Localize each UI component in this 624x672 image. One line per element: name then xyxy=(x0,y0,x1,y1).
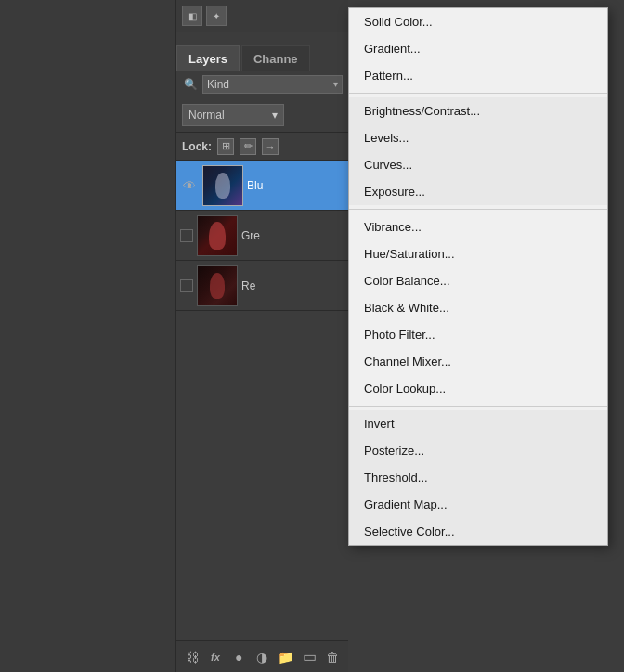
menu-item-black-white[interactable]: Black & White... xyxy=(349,294,607,321)
menu-item-pattern[interactable]: Pattern... xyxy=(349,62,607,89)
layers-list: 👁 Blu Gre Re xyxy=(176,161,348,311)
left-sidebar xyxy=(0,0,176,672)
layer-name: Re xyxy=(241,279,344,292)
lock-label: Lock: xyxy=(182,140,212,153)
menu-item-posterize[interactable]: Posterize... xyxy=(349,437,607,464)
menu-item-invert[interactable]: Invert xyxy=(349,410,607,437)
lock-move-icon[interactable]: → xyxy=(262,138,279,155)
menu-divider-3 xyxy=(349,406,607,407)
layer-item[interactable]: Re xyxy=(176,261,348,311)
delete-layer-icon[interactable]: 🗑 xyxy=(322,647,343,667)
layer-thumbnail xyxy=(202,165,243,206)
toolbar-icon-2[interactable]: ✦ xyxy=(206,6,227,26)
menu-divider-1 xyxy=(349,93,607,94)
new-group-icon[interactable]: 📁 xyxy=(276,647,296,667)
layer-item[interactable]: 👁 Blu xyxy=(176,161,348,211)
blend-bar: Normal ▾ xyxy=(176,97,348,133)
kind-select[interactable]: Kind ▾ xyxy=(202,75,343,94)
adjustment-dropdown-menu: Solid Color... Gradient... Pattern... Br… xyxy=(348,7,608,546)
blend-arrow-icon: ▾ xyxy=(272,109,278,122)
menu-item-exposure[interactable]: Exposure... xyxy=(349,178,607,205)
menu-item-photo-filter[interactable]: Photo Filter... xyxy=(349,321,607,348)
layer-name: Blu xyxy=(247,179,344,192)
layer-thumbnail xyxy=(197,215,238,256)
menu-item-color-lookup[interactable]: Color Lookup... xyxy=(349,375,607,402)
menu-item-gradient[interactable]: Gradient... xyxy=(349,35,607,62)
menu-item-hue-saturation[interactable]: Hue/Saturation... xyxy=(349,240,607,267)
menu-item-threshold[interactable]: Threshold... xyxy=(349,464,607,491)
blend-mode-select[interactable]: Normal ▾ xyxy=(182,104,284,126)
tab-channels[interactable]: Channe xyxy=(241,45,310,71)
menu-item-curves[interactable]: Curves... xyxy=(349,151,607,178)
search-icon: 🔍 xyxy=(182,76,199,93)
layer-item[interactable]: Gre xyxy=(176,211,348,261)
bottom-toolbar: ⛓ fx ● ◑ 📁 ▭ 🗑 xyxy=(176,640,348,672)
toolbar-icon-1[interactable]: ◧ xyxy=(182,6,202,26)
menu-item-selective-color[interactable]: Selective Color... xyxy=(349,518,607,545)
fx-icon[interactable]: fx xyxy=(205,647,226,667)
menu-item-levels[interactable]: Levels... xyxy=(349,124,607,151)
tab-layers[interactable]: Layers xyxy=(176,45,240,71)
menu-item-color-balance[interactable]: Color Balance... xyxy=(349,267,607,294)
menu-item-solid-color[interactable]: Solid Color... xyxy=(349,8,607,35)
eye-icon[interactable]: 👁 xyxy=(180,176,199,195)
kind-bar: 🔍 Kind ▾ xyxy=(176,71,348,97)
menu-section-special: Invert Posterize... Threshold... Gradien… xyxy=(349,410,607,545)
menu-item-channel-mixer[interactable]: Channel Mixer... xyxy=(349,348,607,375)
layer-name: Gre xyxy=(241,229,344,242)
layer-thumbnail xyxy=(197,265,238,306)
menu-section-fill: Solid Color... Gradient... Pattern... xyxy=(349,8,607,89)
menu-item-gradient-map[interactable]: Gradient Map... xyxy=(349,491,607,518)
menu-item-brightness-contrast[interactable]: Brightness/Contrast... xyxy=(349,97,607,124)
mask-icon[interactable]: ◑ xyxy=(252,647,272,667)
lock-pixels-icon[interactable]: ⊞ xyxy=(217,138,234,155)
menu-divider-2 xyxy=(349,209,607,210)
kind-arrow-icon: ▾ xyxy=(333,79,338,89)
menu-section-tone: Brightness/Contrast... Levels... Curves.… xyxy=(349,97,607,205)
adjustment-layer-icon[interactable]: ● xyxy=(228,647,249,667)
layers-tabs: Layers Channe xyxy=(176,32,348,71)
lock-bar: Lock: ⊞ ✏ → xyxy=(176,133,348,161)
link-icon[interactable]: ⛓ xyxy=(182,647,202,667)
menu-section-color: Vibrance... Hue/Saturation... Color Bala… xyxy=(349,213,607,402)
layer-visibility-checkbox[interactable] xyxy=(180,279,193,292)
menu-item-vibrance[interactable]: Vibrance... xyxy=(349,213,607,240)
new-layer-icon[interactable]: ▭ xyxy=(299,647,319,667)
lock-brush-icon[interactable]: ✏ xyxy=(240,138,256,155)
layer-visibility-checkbox[interactable] xyxy=(180,229,193,242)
top-toolbar: ◧ ✦ xyxy=(176,0,348,32)
